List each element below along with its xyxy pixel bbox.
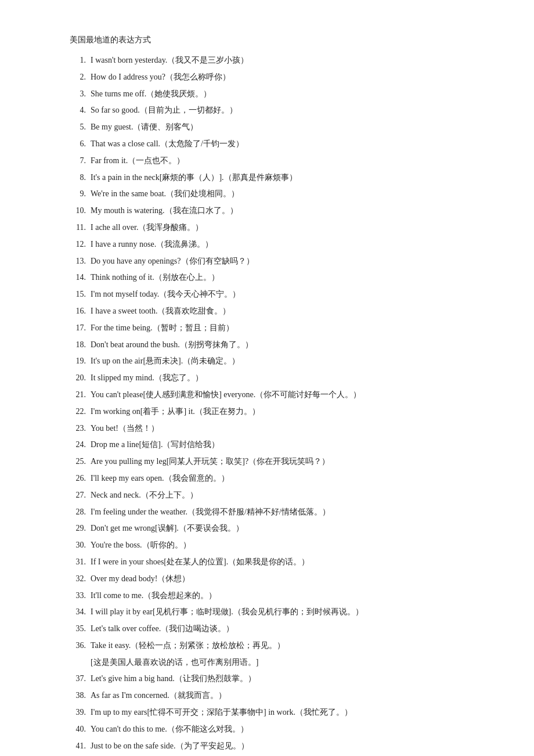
item-text: That was a close call.（太危险了/千钧一发） (91, 137, 488, 151)
list-item: 16.I have a sweet tooth.（我喜欢吃甜食。） (70, 304, 488, 318)
item-text: Drop me a line[短信].（写封信给我） (91, 438, 488, 452)
item-text: Are you pulling my leg[同某人开玩笑；取笑]?（你在开我玩… (91, 455, 488, 469)
list-item: 38.As far as I'm concerned.（就我而言。） (70, 689, 488, 703)
item-text: You can't please[使人感到满意和愉快] everyone.（你不… (91, 388, 488, 402)
item-number: 21. (70, 388, 91, 402)
list-item: 8.It's a pain in the neck[麻烦的事（人）].（那真是件… (70, 171, 488, 185)
item-number: 39. (70, 705, 91, 719)
item-number: 1. (70, 53, 91, 67)
list-item: 7.Far from it.（一点也不。） (70, 154, 488, 168)
list-item: 3.She turns me off.（她使我厌烦。） (70, 87, 488, 101)
item-number: 10. (70, 204, 91, 218)
list-item: 41.Just to be on the safe side.（为了平安起见。） (70, 739, 488, 753)
list-item: 22.I'm working on[着手；从事] it.（我正在努力。） (70, 405, 488, 419)
item-number: 27. (70, 488, 91, 502)
list-item: 15.I'm not myself today.（我今天心神不宁。） (70, 287, 488, 301)
item-number: 11. (70, 221, 91, 235)
item-number: 3. (70, 87, 91, 101)
item-number: 7. (70, 154, 91, 168)
list-item: 6.That was a close call.（太危险了/千钧一发） (70, 137, 488, 151)
item-text: I'm working on[着手；从事] it.（我正在努力。） (91, 405, 488, 419)
item-text: You're the boss.（听你的。） (91, 538, 488, 552)
item-number: 34. (70, 605, 91, 619)
list-item: 25.Are you pulling my leg[同某人开玩笑；取笑]?（你在… (70, 455, 488, 469)
item-number: 19. (70, 354, 91, 368)
item-number: 31. (70, 555, 91, 569)
item-text: I'm not myself today.（我今天心神不宁。） (91, 287, 488, 301)
list-item: 2.How do I address you?（我怎么称呼你） (70, 70, 488, 84)
list-item: 33.It'll come to me.（我会想起来的。） (70, 589, 488, 603)
item-text: I have a sweet tooth.（我喜欢吃甜食。） (91, 304, 488, 318)
item-text: Neck and neck.（不分上下。） (91, 488, 488, 502)
list-item: 14.Think nothing of it.（别放在心上。） (70, 271, 488, 285)
item-text: I will play it by ear[见机行事；临时现做].（我会见机行事… (91, 605, 488, 619)
item-text: So far so good.（目前为止，一切都好。） (91, 103, 488, 117)
item-number: 25. (70, 455, 91, 469)
list-item: 36.Take it easy.（轻松一点；别紧张；放松放松；再见。） (70, 639, 488, 653)
item-number: 17. (70, 321, 91, 335)
list-item: 39.I'm up to my ears[忙得不可开交；深陷于某事物中] in … (70, 705, 488, 719)
item-number: 32. (70, 572, 91, 586)
item-number: 33. (70, 589, 91, 603)
item-text: It's up on the air[悬而未决].（尚未确定。） (91, 354, 488, 368)
item-text: Think nothing of it.（别放在心上。） (91, 271, 488, 285)
item-text: If I were in your shoes[处在某人的位置].（如果我是你的… (91, 555, 488, 569)
item-text: I ache all over.（我浑身酸痛。） (91, 221, 488, 235)
list-item: 1.I wasn't born yesterday.（我又不是三岁小孩） (70, 53, 488, 67)
item-text: I'll keep my ears open.（我会留意的。） (91, 471, 488, 485)
list-item: 24.Drop me a line[短信].（写封信给我） (70, 438, 488, 452)
item-number: 24. (70, 438, 91, 452)
list-item: 5.Be my guest.（请便、别客气） (70, 120, 488, 134)
item-text: I wasn't born yesterday.（我又不是三岁小孩） (91, 53, 488, 67)
expression-list: 1.I wasn't born yesterday.（我又不是三岁小孩）2.Ho… (70, 53, 488, 756)
item-number: 20. (70, 371, 91, 385)
item-number: 5. (70, 120, 91, 134)
item-text: She turns me off.（她使我厌烦。） (91, 87, 488, 101)
item-text: Let's give him a big hand.（让我们热烈鼓掌。） (91, 672, 488, 686)
item-text: Let's talk over coffee.（我们边喝边谈。） (91, 622, 488, 636)
item-text: You can't do this to me.（你不能这么对我。） (91, 722, 488, 736)
item-number: 12. (70, 237, 91, 251)
item-text: Just to be on the safe side.（为了平安起见。） (91, 739, 488, 753)
item-number: 4. (70, 103, 91, 117)
item-text: Take it easy.（轻松一点；别紧张；放松放松；再见。） (91, 639, 488, 653)
list-item: 21.You can't please[使人感到满意和愉快] everyone.… (70, 388, 488, 402)
item-text: Over my dead body!（休想） (91, 572, 488, 586)
item-text: Be my guest.（请便、别客气） (91, 120, 488, 134)
item-number: 29. (70, 521, 91, 535)
list-item: 18.Don't beat around the bush.（别拐弯抹角了。） (70, 338, 488, 352)
list-item: 37.Let's give him a big hand.（让我们热烈鼓掌。） (70, 672, 488, 686)
item-number: 15. (70, 287, 91, 301)
item-number: 8. (70, 171, 91, 185)
item-number: 41. (70, 739, 91, 753)
list-item: 26.I'll keep my ears open.（我会留意的。） (70, 471, 488, 485)
item-text: I'm up to my ears[忙得不可开交；深陷于某事物中] in wor… (91, 705, 488, 719)
item-number: 40. (70, 722, 91, 736)
item-text: You bet!（当然！） (91, 422, 488, 435)
list-item: 31.If I were in your shoes[处在某人的位置].（如果我… (70, 555, 488, 569)
list-item: 20.It slipped my mind.（我忘了。） (70, 371, 488, 385)
list-item: 19.It's up on the air[悬而未决].（尚未确定。） (70, 354, 488, 368)
item-number: 14. (70, 271, 91, 285)
item-text: How do I address you?（我怎么称呼你） (91, 70, 488, 84)
item-number: 6. (70, 137, 91, 151)
item-text: It slipped my mind.（我忘了。） (91, 371, 488, 385)
item-number: 36. (70, 639, 91, 653)
item-text: It's a pain in the neck[麻烦的事（人）].（那真是件麻烦… (91, 171, 488, 185)
list-item: 28.I'm feeling under the weather.（我觉得不舒服… (70, 505, 488, 519)
item-text: Do you have any openings?（你们有空缺吗？） (91, 254, 488, 268)
item-number: 28. (70, 505, 91, 519)
item-number: 38. (70, 689, 91, 703)
list-item: 10.My mouth is watering.（我在流口水了。） (70, 204, 488, 218)
list-item: 23.You bet!（当然！） (70, 422, 488, 435)
list-item: 32.Over my dead body!（休想） (70, 572, 488, 586)
item-number: 23. (70, 422, 91, 435)
item-number: 18. (70, 338, 91, 352)
item-number: 26. (70, 471, 91, 485)
item-number: 37. (70, 672, 91, 686)
page-title: 美国最地道的表达方式 (70, 35, 488, 45)
item-text: I have a runny nose.（我流鼻涕。） (91, 237, 488, 251)
item-text: We're in the same boat.（我们处境相同。） (91, 187, 488, 201)
list-item: 9.We're in the same boat.（我们处境相同。） (70, 187, 488, 201)
item-text: Don't beat around the bush.（别拐弯抹角了。） (91, 338, 488, 352)
